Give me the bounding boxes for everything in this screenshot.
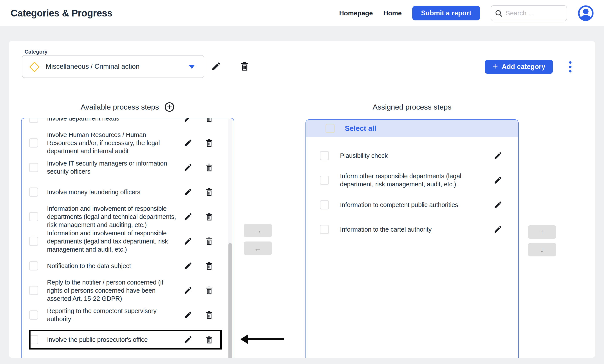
top-header: Categories & Progress Homepage Home Subm…: [0, 0, 604, 26]
step-label: Reply to the notifier / person concerned…: [47, 278, 176, 303]
step-label: Involve department heads: [47, 118, 176, 122]
add-category-label: Add category: [502, 63, 545, 71]
process-step-row: Involve Human Resources / Human Resource…: [22, 131, 234, 155]
step-checkbox[interactable]: [29, 310, 38, 320]
categories-progress-page: Categories & Progress Homepage Home Subm…: [0, 0, 604, 364]
available-steps-title: Available process steps: [21, 102, 234, 112]
scrollbar-thumb[interactable]: [228, 243, 232, 358]
step-checkbox[interactable]: [29, 187, 38, 197]
edit-step-icon[interactable]: [493, 224, 503, 235]
page-title: Categories & Progress: [11, 8, 113, 19]
category-select[interactable]: Miscellaneous / Criminal action: [22, 55, 204, 78]
step-label: Involve the public prosecutor's office: [47, 336, 176, 344]
delete-step-icon[interactable]: [204, 285, 214, 296]
process-step-row: Information and involvement of responsib…: [22, 204, 234, 229]
assigned-steps-title-text: Assigned process steps: [373, 103, 451, 111]
process-step-row: Information and involvement of responsib…: [22, 229, 234, 254]
step-checkbox[interactable]: [320, 225, 329, 234]
step-checkbox[interactable]: [320, 151, 329, 160]
process-step-row: Notification to the data subject: [22, 254, 234, 278]
edit-step-icon[interactable]: [183, 334, 193, 345]
delete-step-icon[interactable]: [204, 162, 214, 173]
edit-step-icon[interactable]: [183, 138, 193, 148]
available-steps-title-text: Available process steps: [81, 103, 159, 111]
step-checkbox[interactable]: [29, 286, 38, 295]
nav-link-homepage[interactable]: Homepage: [339, 10, 373, 17]
delete-step-icon[interactable]: [204, 236, 214, 247]
delete-step-icon[interactable]: [204, 261, 214, 271]
step-label: Inform other responsible departments (le…: [340, 172, 493, 188]
process-step-row: Reply to the notifier / person concerned…: [22, 278, 234, 303]
step-label: Involve IT security managers or informat…: [47, 159, 176, 176]
step-label: Information to competent public authorit…: [340, 201, 493, 209]
delete-step-icon[interactable]: [204, 138, 214, 148]
edit-step-icon[interactable]: [183, 285, 193, 296]
delete-step-icon[interactable]: [204, 118, 214, 124]
delete-step-icon[interactable]: [204, 310, 214, 320]
select-all-checkbox[interactable]: [326, 124, 335, 133]
edit-category-button[interactable]: [210, 60, 222, 73]
step-checkbox[interactable]: [29, 212, 38, 221]
edit-step-icon[interactable]: [183, 187, 193, 197]
process-step-row: Involve department heads: [22, 118, 234, 131]
step-checkbox[interactable]: [29, 261, 38, 270]
edit-step-icon[interactable]: [183, 236, 193, 247]
submit-report-button[interactable]: Submit a report: [412, 6, 480, 20]
edit-step-icon[interactable]: [493, 175, 503, 185]
process-step-row: Information to the cartel authority: [306, 217, 518, 242]
plus-icon: +: [492, 62, 498, 71]
edit-step-icon[interactable]: [183, 118, 193, 124]
step-checkbox[interactable]: [29, 118, 38, 123]
step-label: Information and involvement of responsib…: [47, 229, 176, 254]
step-checkbox[interactable]: [29, 163, 38, 172]
delete-step-icon[interactable]: [204, 211, 214, 222]
available-process-steps-list: Involve department headsInvolve Human Re…: [21, 118, 234, 358]
delete-category-button[interactable]: [239, 60, 251, 73]
move-up-button[interactable]: ↑: [528, 225, 556, 239]
select-all-row[interactable]: Select all: [306, 120, 518, 137]
process-step-row: Plausibility check: [306, 143, 518, 168]
main-card: Category Miscellaneous / Criminal action…: [9, 41, 595, 358]
edit-step-icon[interactable]: [183, 162, 193, 173]
step-checkbox[interactable]: [29, 335, 38, 344]
edit-step-icon[interactable]: [183, 261, 193, 271]
annotation-arrow-line: [247, 338, 284, 340]
process-step-row: Inform other responsible departments (le…: [306, 168, 518, 193]
process-step-row: Information to competent public authorit…: [306, 193, 518, 217]
delete-step-icon[interactable]: [204, 187, 214, 197]
step-label: Involve money laundering officers: [47, 188, 176, 196]
nav-link-home[interactable]: Home: [383, 10, 402, 17]
category-field-label: Category: [22, 49, 50, 55]
move-left-button[interactable]: ←: [244, 242, 272, 255]
move-down-button[interactable]: ↓: [528, 243, 556, 256]
step-checkbox[interactable]: [29, 138, 38, 147]
step-label: Reporting to the competent supervisory a…: [47, 307, 176, 323]
step-checkbox[interactable]: [29, 237, 38, 246]
edit-step-icon[interactable]: [183, 310, 193, 320]
edit-step-icon[interactable]: [183, 211, 193, 222]
process-step-row-highlighted: Involve the public prosecutor's office: [22, 327, 234, 352]
add-category-button[interactable]: + Add category: [485, 60, 553, 74]
annotation-arrow-head-icon: [240, 335, 248, 344]
yellow-diamond-icon: [29, 62, 40, 72]
step-checkbox[interactable]: [320, 176, 329, 185]
select-all-label: Select all: [345, 124, 376, 133]
assigned-rows: Plausibility checkInform other responsib…: [306, 137, 518, 242]
step-checkbox[interactable]: [320, 200, 329, 209]
step-label: Plausibility check: [340, 152, 493, 160]
caret-down-icon: [189, 65, 195, 69]
edit-step-icon[interactable]: [493, 150, 503, 161]
process-step-row: Involve IT security managers or informat…: [22, 155, 234, 180]
step-label: Notification to the data subject: [47, 262, 176, 270]
search-icon: [495, 9, 503, 17]
more-options-icon[interactable]: [564, 61, 576, 73]
process-step-row: Involve money laundering officers: [22, 180, 234, 204]
process-step-row: Reporting to the competent supervisory a…: [22, 303, 234, 327]
add-process-step-icon[interactable]: [164, 102, 175, 112]
search-box: [491, 5, 567, 21]
move-right-button[interactable]: →: [244, 224, 272, 237]
edit-step-icon[interactable]: [493, 200, 503, 210]
delete-step-icon[interactable]: [204, 334, 214, 345]
user-avatar-icon[interactable]: [578, 5, 594, 21]
available-rows: Involve department headsInvolve Human Re…: [22, 118, 234, 352]
